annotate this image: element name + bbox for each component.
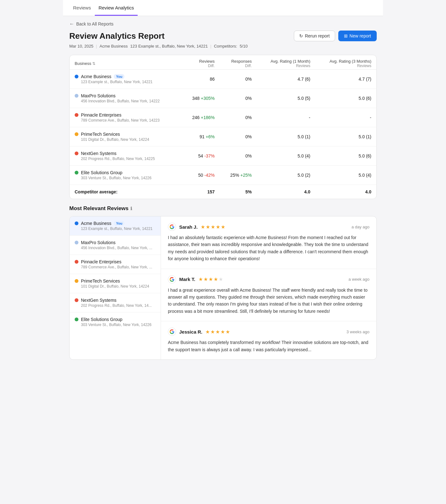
reviewer-info: Jessica R. ★★★★★ <box>168 328 230 336</box>
footer-responses: 5% <box>220 185 257 199</box>
sidebar-item[interactable]: MaxPro Solutions 456 Innovation Blvd., B… <box>70 236 161 255</box>
biz-name-text: NextGen Systems <box>81 151 117 156</box>
back-label: Back to All Reports <box>76 21 113 26</box>
reviews-cell: 50 -42% <box>181 166 220 185</box>
review-text: I had a great experience overall with Ac… <box>168 287 369 315</box>
analytics-table: Business ⇅ ReviewsDiff. ResponsesDiff. A… <box>70 55 376 199</box>
reviews-section-title: Most Relevant Reviews <box>69 205 129 212</box>
biz-name: Acme Business You <box>75 74 176 79</box>
avg3m-cell: - <box>315 108 376 127</box>
sidebar-dot <box>75 221 78 225</box>
sidebar-name-text: MaxPro Solutions <box>81 240 116 245</box>
meta-sep-1: | <box>96 44 97 49</box>
star: ★ <box>221 224 225 230</box>
responses-cell: 0% <box>220 146 257 166</box>
biz-addr: 202 Progress Rd., Buffalo, New York, 142… <box>75 157 176 161</box>
review-text: Acme Business has completely transformed… <box>168 339 369 353</box>
sidebar-addr: 456 Innovation Blvd., Buffalo, New York,… <box>75 246 156 250</box>
star: ★ <box>210 329 215 335</box>
reviews-cell: 86 <box>181 70 220 89</box>
back-link[interactable]: ← Back to All Reports <box>69 21 377 27</box>
sidebar-name-text: PrimeTech Services <box>81 278 120 284</box>
review-card: Mark T. ★★★★★ a week ago I had a great e… <box>161 269 376 322</box>
star: ★ <box>198 276 203 282</box>
review-time: 3 weeks ago <box>346 329 369 334</box>
table-row: PrimeTech Services 101 Digital Dr., Buff… <box>70 127 376 146</box>
col-reviews: ReviewsDiff. <box>181 55 220 70</box>
reviews-cell: 348 +305% <box>181 89 220 108</box>
new-report-button[interactable]: ⊞ New report <box>338 31 377 41</box>
google-icon <box>168 223 176 231</box>
page-title: Review Analytics Report <box>69 31 164 41</box>
biz-name: Pinnacle Enterprises <box>75 112 176 117</box>
biz-addr: 101 Digital Dr., Buffalo, New York, 1422… <box>75 137 176 142</box>
sidebar-item[interactable]: NextGen Systems 202 Progress Rd., Buffal… <box>70 293 161 312</box>
sidebar-addr: 202 Progress Rd., Buffalo, New York, 14.… <box>75 303 156 308</box>
sidebar-name-text: Elite Solutions Group <box>81 317 123 322</box>
reviews-cell: 246 +186% <box>181 108 220 127</box>
reviews-header: Most Relevant Reviews ℹ <box>69 205 377 216</box>
reviews-cell: 54 -37% <box>181 146 220 166</box>
biz-name: Elite Solutions Group <box>75 170 176 175</box>
report-date: Mar 10, 2025 <box>69 44 94 49</box>
col-business: Business ⇅ <box>70 55 181 70</box>
reviews-section: Most Relevant Reviews ℹ Acme Business Yo… <box>69 205 377 360</box>
responses-cell: 0% <box>220 89 257 108</box>
avg3m-cell: 5.0 (1) <box>315 127 376 146</box>
sidebar-dot <box>75 260 78 264</box>
responses-cell: 0% <box>220 70 257 89</box>
star: ★ <box>211 224 215 230</box>
sidebar-name-text: NextGen Systems <box>81 298 117 303</box>
meta-sep-2: | <box>210 44 211 49</box>
sidebar-biz-name: Elite Solutions Group <box>75 317 156 322</box>
back-arrow-icon: ← <box>69 21 74 27</box>
avg1m-cell: 4.7 (6) <box>257 70 315 89</box>
sidebar-addr: 303 Venture St., Buffalo, New York, 1422… <box>75 323 156 327</box>
avg1m-cell: 5.0 (5) <box>257 89 315 108</box>
tab-reviews[interactable]: Reviews <box>69 0 95 16</box>
biz-cell: Elite Solutions Group 303 Venture St., B… <box>70 166 181 185</box>
competitors-value: 5/10 <box>240 44 248 49</box>
rerun-report-button[interactable]: ↻ Rerun report <box>294 31 335 41</box>
star: ★ <box>216 224 220 230</box>
sidebar-name-text: Pinnacle Enterprises <box>81 259 121 264</box>
new-report-label: New report <box>350 33 371 38</box>
star: ★ <box>209 276 213 282</box>
col-responses: ResponsesDiff. <box>220 55 257 70</box>
avg3m-cell: 5.0 (6) <box>315 146 376 166</box>
biz-name-text: Pinnacle Enterprises <box>81 112 121 117</box>
competitors-label: Competitors: <box>214 44 237 49</box>
star: ★ <box>219 276 223 282</box>
biz-name: NextGen Systems <box>75 151 176 156</box>
sidebar-item[interactable]: Pinnacle Enterprises 789 Commerce Ave., … <box>70 255 161 274</box>
col-avg1m: Avg. Rating (1 Month)Reviews <box>257 55 315 70</box>
sidebar-addr: 789 Commerce Ave., Buffalo, New York, ..… <box>75 265 156 269</box>
biz-name: PrimeTech Services <box>75 132 176 137</box>
star: ★ <box>226 329 230 335</box>
reviews-cell: 91 +6% <box>181 127 220 146</box>
footer-label: Competitor average: <box>70 185 181 199</box>
sidebar-item[interactable]: PrimeTech Services 101 Digital Dr., Buff… <box>70 274 161 293</box>
sidebar-item[interactable]: Acme Business You 123 Example st., Buffa… <box>70 216 161 236</box>
reviewer-info: Sarah J. ★★★★★ <box>168 223 225 231</box>
you-badge: You <box>114 74 124 79</box>
biz-cell: MaxPro Solutions 456 Innovation Blvd., B… <box>70 89 181 108</box>
responses-cell: 0% <box>220 127 257 146</box>
sidebar-biz-name: Pinnacle Enterprises <box>75 259 156 264</box>
biz-dot <box>75 75 78 78</box>
sidebar-biz-name: NextGen Systems <box>75 298 156 303</box>
tab-review-analytics[interactable]: Review Analytics <box>95 0 138 16</box>
table-row: Elite Solutions Group 303 Venture St., B… <box>70 166 376 185</box>
biz-addr: 303 Venture St., Buffalo, New York, 1422… <box>75 176 176 180</box>
sidebar-biz-name: MaxPro Solutions <box>75 240 156 245</box>
sidebar-dot <box>75 318 78 321</box>
sidebar-biz-name: PrimeTech Services <box>75 278 156 284</box>
footer-avg1m: 4.0 <box>257 185 315 199</box>
sidebar-item[interactable]: Elite Solutions Group 303 Venture St., B… <box>70 312 161 331</box>
avg3m-cell: 4.7 (7) <box>315 70 376 89</box>
sidebar-dot <box>75 241 78 244</box>
avg3m-cell: 5.0 (6) <box>315 89 376 108</box>
report-business: Acme Business <box>100 44 128 49</box>
google-icon <box>168 328 176 336</box>
sidebar-addr: 123 Example st., Buffalo, New York, 1422… <box>75 226 156 231</box>
